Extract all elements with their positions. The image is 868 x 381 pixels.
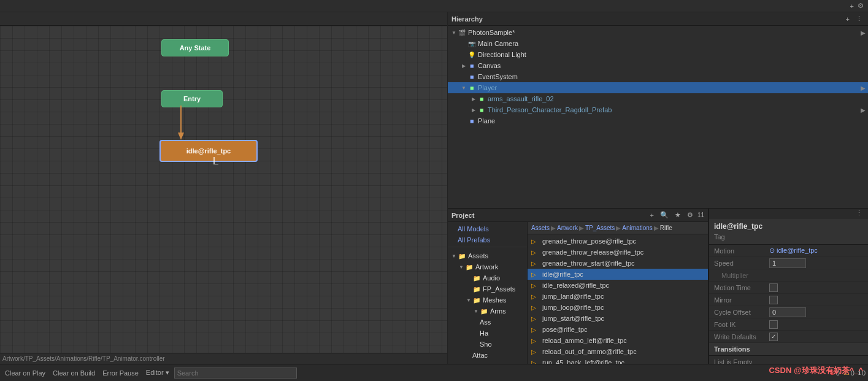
sidebar-assets[interactable]: Assets [448, 250, 527, 261]
tree-item-canvas[interactable]: Canvas [448, 60, 868, 71]
tree-item-player[interactable]: Player ▶ [448, 82, 868, 93]
inspector-tag-label: Tag [714, 233, 763, 241]
plus-button[interactable]: + [848, 2, 856, 10]
sidebar-meshes[interactable]: Meshes [448, 294, 527, 306]
ragdoll-label: Third_Person_Character_Ragdoll_Prefab [488, 106, 612, 114]
foot-ik-checkbox[interactable] [769, 320, 778, 329]
breadcrumb-assets[interactable]: Assets [531, 225, 550, 231]
file-grenade-throw-pose[interactable]: grenade_throw_pose@rifle_tpc [528, 236, 708, 247]
inspector-cycle-offset-field: Cycle Offset [709, 306, 868, 318]
gear-button[interactable]: ⚙ [856, 1, 866, 10]
editor-arrow-icon: ▾ [166, 369, 169, 376]
inspector-menu-icon[interactable]: ⋮ [854, 209, 864, 218]
sidebar-sho[interactable]: Sho [448, 339, 527, 350]
tree-item-directionallight[interactable]: Directional Light [448, 49, 868, 60]
anim-icon-4 [531, 271, 540, 278]
file-jump-land[interactable]: jump_land@rifle_tpc [528, 291, 708, 302]
project-settings-icon[interactable]: ⚙ [685, 210, 695, 220]
sho-label: Sho [480, 341, 492, 348]
motion-label: Motion [714, 247, 769, 255]
hierarchy-menu-icon[interactable]: ⋮ [854, 14, 864, 23]
file-reload-ammo-left[interactable]: reload_ammo_left@rifle_tpc [528, 335, 708, 346]
file-name-12: run_45_back_left@rifle_tpc [542, 359, 624, 364]
sidebar-attac[interactable]: Attac [448, 350, 527, 361]
project-star-icon[interactable]: ★ [673, 210, 683, 220]
clear-on-build-button[interactable]: Clear on Build [50, 368, 98, 378]
motion-value[interactable]: ⊙ idle@rifle_tpc [769, 247, 863, 255]
photonsample-arrow [450, 29, 458, 36]
anim-icon-11 [531, 348, 540, 355]
eventsystem-label: EventSystem [478, 73, 518, 80]
project-main: Assets ▶ Artwork ▶ TP_Assets ▶ Animation… [528, 222, 708, 364]
error-count: 0 [836, 369, 840, 377]
project-content: All Models All Prefabs Assets [448, 222, 708, 364]
sidebar-all-prefabs[interactable]: All Prefabs [448, 234, 527, 245]
sidebar-fp-assets[interactable]: FP_Assets [448, 283, 527, 294]
breadcrumb-artwork[interactable]: Artwork [557, 225, 578, 231]
animator-canvas[interactable]: Any State Entry idle@rifle_tpc [0, 26, 447, 353]
file-jump-start[interactable]: jump_start@rifle_tpc [528, 313, 708, 324]
sidebar-all-models[interactable]: All Models [448, 223, 527, 234]
anim-icon-9 [531, 326, 540, 333]
file-grenade-throw-start[interactable]: grenade_throw_start@rifle_tpc [528, 258, 708, 269]
inspector-panel: ⋮ idle@rifle_tpc Tag Motion ⊙ idle@rifle… [709, 209, 868, 364]
sidebar-ha[interactable]: Ha [448, 328, 527, 339]
sidebar-audio[interactable]: Audio [448, 272, 527, 283]
ragdoll-expand-icon: ▶ [861, 107, 866, 114]
breadcrumb-tp-assets[interactable]: TP_Assets [585, 225, 615, 231]
entry-node[interactable]: Entry [161, 90, 223, 107]
tree-item-plane[interactable]: Plane [448, 115, 868, 126]
sidebar-artwork[interactable]: Artwork [448, 261, 527, 272]
file-name-1: grenade_throw_pose@rifle_tpc [542, 237, 636, 245]
tree-item-arms[interactable]: arms_assault_rifle_02 [448, 93, 868, 104]
idle-state-node[interactable]: idle@rifle_tpc [159, 140, 258, 162]
project-sidebar[interactable]: All Models All Prefabs Assets [448, 222, 528, 364]
write-defaults-checkbox[interactable] [769, 333, 778, 341]
file-list[interactable]: grenade_throw_pose@rifle_tpc grenade_thr… [528, 234, 708, 364]
write-defaults-label: Write Defaults [714, 333, 769, 341]
file-reload-out-of-ammo[interactable]: reload_out_of_ammo@rifle_tpc [528, 346, 708, 357]
speed-input[interactable] [769, 258, 806, 268]
canvas-label: Canvas [478, 62, 501, 69]
file-idle[interactable]: idle@rifle_tpc [528, 269, 708, 280]
hierarchy-plus-icon[interactable]: + [844, 15, 851, 23]
motion-time-checkbox[interactable] [769, 283, 778, 292]
meshes-arrow [465, 296, 472, 304]
audio-label: Audio [483, 274, 500, 282]
tree-item-ragdoll[interactable]: Third_Person_Character_Ragdoll_Prefab ▶ [448, 104, 868, 115]
canvas-icon [467, 61, 476, 70]
any-state-node[interactable]: Any State [161, 39, 229, 56]
project-search-icon[interactable]: 🔍 [658, 210, 670, 220]
file-name-9: pose@rifle_tpc [542, 326, 588, 333]
file-name-11: reload_out_of_ammo@rifle_tpc [542, 348, 637, 355]
arms-folder-label: Arms [490, 307, 506, 315]
file-name-7: jump_loop@rifle_tpc [542, 304, 604, 311]
arms-label: arms_assault_rifle_02 [488, 95, 554, 102]
breadcrumb-animations[interactable]: Animations [622, 225, 652, 231]
tree-item-maincamera[interactable]: Main Camera [448, 38, 868, 49]
file-jump-loop[interactable]: jump_loop@rifle_tpc [528, 302, 708, 313]
sidebar-arms[interactable]: Arms [448, 306, 527, 317]
editor-button[interactable]: Editor ▾ [144, 368, 172, 378]
cycle-offset-input[interactable] [769, 307, 806, 317]
warning-count: 0 [851, 369, 855, 377]
clear-on-play-button[interactable]: Clear on Play [2, 368, 48, 378]
file-run-45-back-left[interactable]: run_45_back_left@rifle_tpc [528, 357, 708, 364]
mirror-checkbox[interactable] [769, 296, 778, 304]
animator-toolbar [0, 12, 447, 26]
plane-label: Plane [478, 117, 495, 125]
main-layout: Any State Entry idle@rifle_tpc Artwork/T… [0, 12, 868, 364]
tree-item-eventsystem[interactable]: EventSystem [448, 71, 868, 82]
artwork-label: Artwork [475, 263, 498, 271]
error-pause-button[interactable]: Error Pause [100, 368, 141, 378]
editor-label: Editor [146, 369, 164, 376]
file-idle-relaxed[interactable]: idle_relaxed@rifle_tpc [528, 280, 708, 291]
console-search-input[interactable] [174, 368, 297, 379]
file-grenade-throw-release[interactable]: grenade_throw_release@rifle_tpc [528, 247, 708, 258]
photonsample-scene-icon [458, 28, 466, 37]
sidebar-ass[interactable]: Ass [448, 317, 527, 328]
hierarchy-content[interactable]: PhotonSample* ▶ Main Camera Directional … [448, 26, 868, 208]
file-pose[interactable]: pose@rifle_tpc [528, 324, 708, 335]
tree-item-photonsample[interactable]: PhotonSample* ▶ [448, 27, 868, 38]
project-plus-icon[interactable]: + [648, 211, 655, 220]
